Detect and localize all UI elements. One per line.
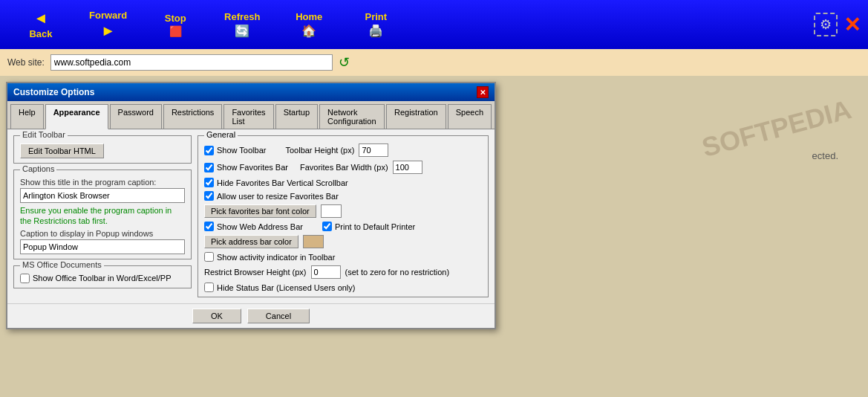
cancel-button[interactable]: Cancel [247,309,310,323]
pick-address-color-button[interactable]: Pick address bar color [204,235,298,248]
home-icon: 🏠 [301,24,316,38]
tab-restrictions[interactable]: Restrictions [163,104,222,129]
toolbar-right: ⚙ ✕ [814,13,861,37]
restrict-height-row: Restrict Browser Height (px) (set to zer… [204,265,482,279]
hide-scrollbar-checkbox[interactable] [204,178,214,187]
tab-registration[interactable]: Registration [386,104,446,129]
allow-resize-label: Allow user to resize Favorites Bar [217,192,339,201]
ms-office-group: MS Office Documents Show Office Toolbar … [13,265,192,288]
url-input[interactable] [50,54,333,71]
stop-button[interactable]: Stop 🟥 [142,10,209,40]
hide-status-row: Hide Status Bar (Licensed Users only) [204,283,482,292]
left-panel: Edit Toolbar Edit Toolbar HTML Captions … [13,135,192,297]
restrict-height-note: (set to zero for no restriction) [345,268,450,277]
close-toolbar-button[interactable]: ✕ [843,13,861,37]
general-group-content: Show Toolbar Toolbar Height (px) Show Fa… [204,143,482,292]
settings-icon-button[interactable]: ⚙ [814,13,838,36]
forward-button[interactable]: Forward ► [74,7,142,42]
dialog-close-button[interactable]: ✕ [477,86,489,98]
ms-office-group-content: Show Office Toolbar in Word/Excel/PP [20,274,185,283]
tab-speech[interactable]: Speech [448,104,492,129]
captions-group-content: Show this title in the program caption: … [20,178,185,254]
dialog-footer: OK Cancel [7,303,495,328]
hide-status-label: Hide Status Bar (Licensed Users only) [217,283,355,292]
back-icon: ◄ [33,10,48,27]
customize-options-dialog: Customize Options ✕ Help Appearance Pass… [6,82,496,329]
restrict-height-input[interactable] [311,265,341,279]
show-favbar-check-row: Show Favorites Bar [204,163,288,172]
print-default-checkbox[interactable] [322,222,332,231]
show-activity-row: Show activity indicator in Toolbar [204,252,482,262]
tab-favorites-list[interactable]: Favorites List [223,104,273,129]
tab-network-configuration[interactable]: Network Configuration [319,104,385,129]
fav-bar-width-input[interactable] [393,161,422,174]
general-group-title: General [204,130,238,139]
ms-office-checkbox[interactable] [20,274,30,283]
ok-button[interactable]: OK [192,309,241,323]
address-bar: Web site: ↺ [0,49,868,76]
popup-caption-label: Caption to display in Popup windows [20,229,185,238]
show-favbar-label: Show Favorites Bar [217,163,288,172]
go-button[interactable]: ↺ [339,54,350,71]
fav-font-color-swatch [321,204,342,218]
toolbar: ◄ Back Forward ► Stop 🟥 Refresh 🔄 Home 🏠… [0,0,868,49]
restrict-height-label: Restrict Browser Height (px) [204,268,307,277]
show-web-address-label: Show Web Address Bar [217,222,303,231]
hide-status-checkbox[interactable] [204,283,214,292]
allow-resize-row: Allow user to resize Favorites Bar [204,191,482,201]
print-default-check-row: Print to Default Printer [322,222,415,231]
home-button[interactable]: Home 🏠 [275,8,342,41]
popup-caption-input[interactable] [20,239,185,254]
print-icon: 🖨️ [368,24,383,38]
tab-startup[interactable]: Startup [275,104,318,129]
ms-office-group-title: MS Office Documents [20,260,104,269]
main-content: ected. Customize Options ✕ Help Appearan… [0,76,868,397]
show-favbar-checkbox[interactable] [204,163,214,172]
edit-toolbar-group-title: Edit Toolbar [20,130,68,139]
hide-scrollbar-label: Hide Favorites Bar Vertical Scrollbar [217,178,348,187]
program-caption-input[interactable] [20,188,185,203]
right-panel: General Show Toolbar Toolbar Height (px) [198,135,489,297]
show-web-address-checkbox[interactable] [204,222,214,231]
tab-appearance[interactable]: Appearance [45,104,108,129]
edit-toolbar-group-content: Edit Toolbar HTML [20,143,185,158]
show-activity-checkbox[interactable] [204,252,214,262]
settings-icon: ⚙ [820,16,832,33]
tab-password[interactable]: Password [110,104,162,129]
ms-office-label: Show Office Toolbar in Word/Excel/PP [33,274,171,283]
show-toolbar-check-row: Show Toolbar [204,146,266,155]
refresh-button[interactable]: Refresh 🔄 [209,8,275,41]
ms-office-check-row: Show Office Toolbar in Word/Excel/PP [20,274,185,283]
pick-fav-font-row: Pick favorites bar font color [204,204,482,218]
edit-toolbar-group: Edit Toolbar Edit Toolbar HTML [13,135,192,164]
dialog-body: Edit Toolbar Edit Toolbar HTML Captions … [7,129,495,303]
toolbar-height-input[interactable] [359,143,388,157]
show-web-address-row: Show Web Address Bar Print to Default Pr… [204,222,482,231]
show-web-check-row: Show Web Address Bar [204,222,303,231]
print-default-label: Print to Default Printer [335,222,415,231]
toolbar-height-label: Toolbar Height (px) [285,146,354,155]
edit-toolbar-html-button[interactable]: Edit Toolbar HTML [20,143,104,158]
show-toolbar-row: Show Toolbar Toolbar Height (px) [204,143,482,157]
dialog-title: Customize Options [13,87,94,97]
back-button[interactable]: ◄ Back [7,7,74,42]
show-activity-label: Show activity indicator in Toolbar [217,253,335,262]
print-button[interactable]: Print 🖨️ [342,8,409,41]
fav-bar-width-label: Favorites Bar Width (px) [300,163,388,172]
pick-fav-font-color-button[interactable]: Pick favorites bar font color [204,204,316,218]
captions-group: Captions Show this title in the program … [13,170,192,259]
general-group: General Show Toolbar Toolbar Height (px) [198,135,489,297]
tab-help[interactable]: Help [10,104,44,129]
address-color-swatch [303,235,324,248]
forward-icon: ► [101,22,116,39]
allow-resize-checkbox[interactable] [204,191,214,201]
show-toolbar-checkbox[interactable] [204,146,214,155]
website-label: Web site: [7,57,45,68]
refresh-icon: 🔄 [235,24,249,38]
caption-warning: Ensure you enable the program caption in… [20,205,185,227]
captions-description: Show this title in the program caption: [20,178,185,187]
pick-address-color-row: Pick address bar color [204,235,482,248]
show-toolbar-label: Show Toolbar [217,146,266,155]
hide-scrollbar-row: Hide Favorites Bar Vertical Scrollbar [204,178,482,187]
stop-icon: 🟥 [169,25,182,37]
